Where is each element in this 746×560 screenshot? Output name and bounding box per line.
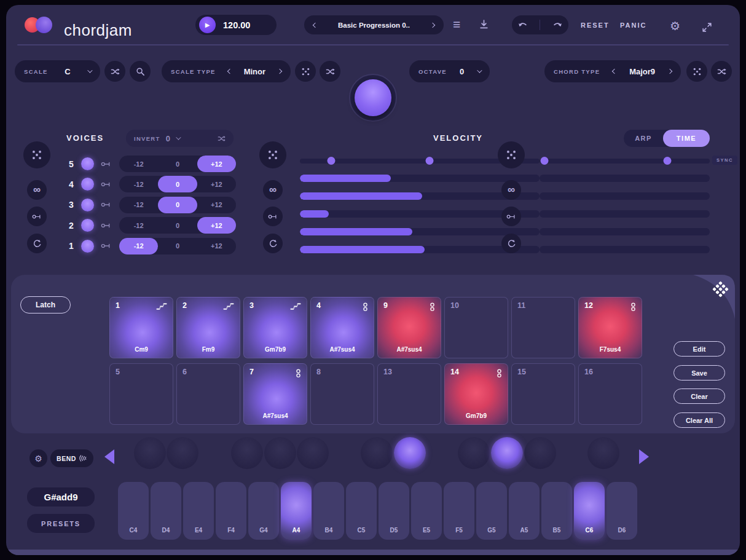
invert-selector[interactable]: INVERT 0	[126, 130, 234, 147]
transpose-zero[interactable]: 0	[158, 217, 197, 234]
voice-enable-toggle[interactable]	[81, 199, 94, 211]
chord-shuffle-button[interactable]	[711, 61, 732, 82]
scale-selector[interactable]: SCALE C	[15, 60, 100, 82]
black-key-knob[interactable]	[524, 437, 556, 469]
sync-toggle[interactable]: SYNC	[712, 156, 737, 165]
time-bar-track[interactable]	[540, 246, 710, 253]
panic-button[interactable]: PANIC	[620, 22, 646, 29]
black-key-knob[interactable]	[491, 437, 523, 469]
time-bar-track[interactable]	[540, 192, 710, 200]
white-key[interactable]: D6	[607, 482, 637, 540]
transpose-minus12[interactable]: -12	[119, 197, 158, 213]
presets-button[interactable]: PRESETS	[27, 514, 95, 533]
transpose-plus12[interactable]: +12	[197, 156, 236, 172]
voice-enable-toggle[interactable]	[81, 178, 94, 191]
voice-link-icon[interactable]	[101, 181, 111, 188]
chord-pad[interactable]: 10	[444, 297, 508, 358]
latch-button[interactable]: Latch	[20, 296, 71, 314]
white-key[interactable]: D4	[151, 482, 181, 540]
chord-type-next-icon[interactable]	[667, 69, 672, 74]
preset-next-icon[interactable]	[430, 22, 435, 27]
transpose-plus12[interactable]: +12	[197, 238, 236, 254]
edit-button[interactable]: Edit	[673, 341, 725, 357]
chord-type-prev-icon[interactable]	[612, 69, 617, 74]
time-slider-handle-high[interactable]	[663, 157, 671, 165]
black-key-knob[interactable]	[394, 437, 426, 469]
white-key[interactable]: C6	[574, 482, 605, 540]
black-key-knob[interactable]	[458, 437, 490, 469]
scale-detect-search-button[interactable]	[130, 61, 151, 82]
voice-enable-toggle[interactable]	[81, 240, 94, 253]
transpose-zero[interactable]: 0	[158, 197, 197, 213]
white-key[interactable]: C5	[346, 482, 377, 540]
velocity-bar-track[interactable]	[300, 175, 540, 182]
voice-link-icon[interactable]	[101, 201, 111, 208]
save-button[interactable]: Save	[673, 365, 725, 381]
voices-randomize-button[interactable]	[23, 141, 50, 168]
preset-name[interactable]: Basic Progression 0..	[338, 22, 410, 29]
white-key[interactable]: F5	[444, 482, 474, 540]
voice-enable-toggle[interactable]	[81, 157, 94, 170]
time-tab-active[interactable]: TIME	[663, 130, 710, 147]
black-key-knob[interactable]	[231, 437, 263, 469]
velocity-randomize-button[interactable]	[259, 141, 286, 168]
arp-tab[interactable]: ARP	[624, 135, 663, 142]
chord-pad[interactable]: 7 A#7sus4	[243, 363, 307, 425]
transpose-plus12[interactable]: +12	[197, 197, 236, 213]
chord-pad[interactable]: 12 F7sus4	[578, 297, 642, 358]
white-key[interactable]: G4	[248, 482, 279, 540]
chord-pad[interactable]: 14 Gm7b9	[444, 363, 508, 425]
dice-randomize-button[interactable]	[295, 61, 316, 82]
time-cycle-button[interactable]	[501, 234, 521, 253]
time-randomize-button[interactable]	[498, 141, 525, 168]
black-key-knob[interactable]	[587, 437, 619, 469]
chord-pad[interactable]: 4 A#7sus4	[310, 297, 374, 358]
time-slider-handle-low[interactable]	[541, 157, 549, 165]
velocity-infinity-button[interactable]: ∞	[263, 180, 283, 200]
voices-link-button[interactable]	[27, 207, 47, 226]
velocity-cycle-button[interactable]	[263, 234, 283, 253]
transpose-minus12[interactable]: -12	[119, 238, 158, 254]
chord-pad[interactable]: 9 A#7sus4	[377, 297, 441, 358]
chord-pad[interactable]: 8	[310, 363, 374, 425]
play-button[interactable]: ▶	[199, 17, 216, 33]
transpose-minus12[interactable]: -12	[119, 176, 158, 192]
voice-link-icon[interactable]	[101, 242, 111, 250]
transpose-zero[interactable]: 0	[158, 238, 197, 254]
settings-gear-icon[interactable]: ⚙	[670, 21, 680, 32]
scale-randomize-button[interactable]	[104, 61, 125, 82]
clear-button[interactable]: Clear	[673, 388, 725, 404]
clear-all-button[interactable]: Clear All	[673, 412, 725, 428]
white-key[interactable]: B5	[541, 482, 572, 540]
black-key-knob[interactable]	[134, 437, 166, 469]
time-bar-track[interactable]	[540, 210, 710, 218]
chord-pad[interactable]: 16	[578, 363, 642, 425]
chord-pad[interactable]: 2 Fm9	[176, 297, 240, 358]
white-key[interactable]: C4	[118, 482, 149, 540]
chord-pad[interactable]: 6	[176, 363, 240, 425]
transpose-plus12[interactable]: +12	[197, 176, 236, 192]
black-key-knob[interactable]	[167, 437, 198, 469]
velocity-slider-handle-low[interactable]	[327, 157, 335, 165]
transpose-minus12[interactable]: -12	[119, 217, 158, 234]
chord-type-selector[interactable]: CHORD TYPE Major9	[544, 60, 681, 82]
chord-randomize-button[interactable]	[686, 61, 707, 82]
white-key[interactable]: E5	[411, 482, 442, 540]
voice-link-icon[interactable]	[101, 222, 111, 229]
scale-type-next-icon[interactable]	[277, 69, 282, 74]
white-key[interactable]: E4	[183, 482, 214, 540]
bpm-value[interactable]: 120.00	[223, 20, 250, 30]
master-knob[interactable]	[349, 74, 397, 122]
velocity-slider-handle-high[interactable]	[425, 157, 433, 165]
transpose-zero[interactable]: 0	[158, 156, 197, 172]
resize-expand-icon[interactable]	[702, 22, 712, 33]
white-key[interactable]: D5	[379, 482, 409, 540]
preset-prev-icon[interactable]	[313, 22, 318, 27]
white-key[interactable]: A4	[281, 482, 312, 540]
white-key[interactable]: B4	[313, 482, 344, 540]
scale-type-selector[interactable]: SCALE TYPE Minor	[162, 60, 291, 82]
chord-pad[interactable]: 15	[511, 363, 575, 425]
voice-link-icon[interactable]	[101, 160, 111, 168]
octave-selector[interactable]: OCTAVE 0	[409, 60, 490, 82]
transpose-minus12[interactable]: -12	[119, 156, 158, 172]
